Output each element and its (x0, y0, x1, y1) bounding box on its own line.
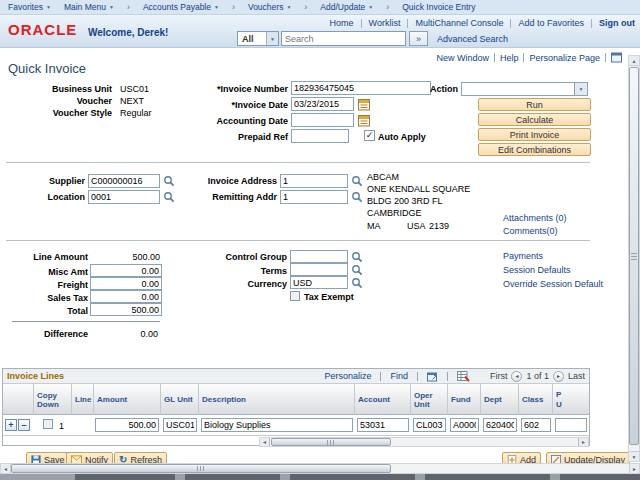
page-action-bar: New Window Help Personalize Page (436, 52, 622, 63)
run-button[interactable]: Run (478, 98, 591, 111)
breadcrumb-current-page: Quick Invoice Entry (402, 2, 475, 12)
divider (591, 19, 592, 28)
supplier-input[interactable] (88, 174, 160, 188)
link-personalize-page[interactable]: Personalize Page (529, 53, 600, 63)
menu-favorites[interactable]: Favorites ▼ (8, 2, 51, 12)
action-select[interactable]: ▼ (461, 82, 588, 96)
page-hscrollbar-thumb[interactable] (11, 464, 391, 473)
grid-scrollbar-thumb[interactable] (271, 438, 391, 446)
edit-combinations-button[interactable]: Edit Combinations (478, 143, 591, 156)
column-header-line: Line (72, 384, 94, 415)
copy-down-checkbox[interactable] (43, 419, 53, 429)
link-sign-out[interactable]: Sign out (599, 18, 635, 28)
invoice-line-row: + – 1 (3, 415, 589, 436)
link-override-session-default[interactable]: Override Session Default (503, 279, 603, 289)
action-select-value (462, 83, 574, 95)
breadcrumb-vouchers[interactable]: Vouchers ▼ (248, 2, 291, 12)
gl-unit-input[interactable] (163, 418, 197, 432)
description-input[interactable] (201, 418, 353, 432)
breadcrumb-separator-icon: › (232, 2, 235, 12)
sales-tax-input[interactable] (90, 290, 162, 303)
misc-amt-input[interactable] (90, 264, 162, 277)
link-comments[interactable]: Comments(0) (503, 226, 558, 236)
taskbar-fragment (75, 474, 175, 480)
scroll-right-icon[interactable]: ► (578, 438, 588, 446)
calendar-icon[interactable] (358, 98, 370, 111)
scroll-left-icon[interactable]: ◄ (260, 438, 270, 446)
invoice-date-input[interactable] (291, 97, 354, 111)
search-scope-select[interactable]: All ▼ (237, 31, 279, 46)
voucher-style-value: Regular (120, 108, 152, 118)
breadcrumb-accounts-payable[interactable]: Accounts Payable ▼ (143, 2, 219, 12)
calculate-button[interactable]: Calculate (478, 113, 591, 126)
terms-lookup-icon[interactable] (351, 264, 363, 276)
control-group-lookup-icon[interactable] (351, 251, 363, 263)
search-input[interactable] (281, 31, 406, 46)
location-lookup-icon[interactable] (163, 191, 175, 203)
fund-input[interactable] (450, 418, 479, 432)
remitting-addr-lookup-icon[interactable] (351, 191, 363, 203)
scroll-left-icon[interactable]: ◄ (1, 464, 11, 473)
scroll-down-icon[interactable]: ▼ (629, 451, 639, 461)
print-invoice-button[interactable]: Print Invoice (478, 128, 591, 141)
link-advanced-search[interactable]: Advanced Search (437, 34, 508, 44)
invoice-address-input[interactable] (280, 174, 348, 188)
page-vscrollbar-thumb[interactable] (629, 67, 639, 445)
page-vertical-scrollbar[interactable]: ▲ ▼ (628, 55, 640, 462)
grid-horizontal-scrollbar[interactable]: ◄ ► (259, 437, 589, 447)
breadcrumb-add-update[interactable]: Add/Update ▼ (320, 2, 373, 12)
page-horizontal-scrollbar[interactable]: ◄ ► (0, 463, 640, 474)
link-add-to-favorites[interactable]: Add to Favorites (518, 18, 584, 28)
link-multichannel-console[interactable]: MultiChannel Console (415, 18, 503, 28)
account-input[interactable] (357, 418, 409, 432)
invoice-address-lookup-icon[interactable] (351, 175, 363, 187)
dept-input[interactable] (483, 418, 517, 432)
grid-nav-last: Last (568, 371, 585, 381)
freight-input[interactable] (90, 277, 162, 290)
view-all-popup-icon[interactable] (427, 371, 438, 382)
class-input[interactable] (521, 418, 551, 432)
currency-lookup-icon[interactable] (351, 277, 363, 289)
scroll-right-icon[interactable]: ► (629, 464, 639, 473)
link-find[interactable]: Find (390, 371, 408, 381)
link-session-defaults[interactable]: Session Defaults (503, 265, 571, 275)
terms-input[interactable] (290, 263, 348, 276)
http-window-icon[interactable] (611, 52, 622, 63)
scroll-up-icon[interactable]: ▲ (629, 56, 639, 66)
location-input[interactable] (88, 190, 160, 204)
control-group-input[interactable] (290, 250, 348, 263)
next-row-button[interactable]: ► (553, 371, 564, 382)
auto-apply-checkbox[interactable]: ✓ (364, 130, 375, 141)
currency-input[interactable] (290, 276, 348, 289)
add-row-button[interactable]: + (5, 419, 17, 431)
remitting-addr-input[interactable] (280, 190, 348, 204)
link-attachments[interactable]: Attachments (0) (503, 213, 567, 223)
breadcrumb-separator-icon: › (304, 2, 307, 12)
link-new-window[interactable]: New Window (436, 53, 489, 63)
link-home[interactable]: Home (330, 18, 354, 28)
calendar-icon[interactable] (358, 114, 370, 127)
taskbar-fragment (290, 474, 415, 480)
taskbar-fragment (560, 474, 640, 480)
link-help[interactable]: Help (500, 53, 519, 63)
divider (361, 19, 362, 28)
section-divider (6, 162, 590, 163)
delete-row-button[interactable]: – (18, 419, 30, 431)
line-amount-input[interactable] (95, 418, 159, 432)
total-input[interactable] (90, 303, 162, 316)
previous-row-button[interactable]: ◄ (511, 371, 522, 382)
link-personalize[interactable]: Personalize (324, 371, 371, 381)
search-go-button[interactable]: » (409, 31, 428, 46)
prepaid-ref-input[interactable] (291, 129, 349, 143)
oper-unit-input[interactable] (413, 418, 446, 432)
menu-main-menu[interactable]: Main Menu ▼ (64, 2, 114, 12)
link-payments[interactable]: Payments (503, 251, 543, 261)
link-worklist[interactable]: Worklist (369, 18, 401, 28)
supplier-lookup-icon[interactable] (163, 175, 175, 187)
tax-exempt-checkbox[interactable] (290, 291, 300, 301)
accounting-date-input[interactable] (291, 113, 354, 127)
business-unit-value: USC01 (120, 84, 149, 94)
download-to-excel-icon[interactable] (457, 371, 470, 382)
chevron-down-icon: ▼ (574, 83, 587, 95)
pc-unit-input[interactable] (555, 418, 587, 432)
